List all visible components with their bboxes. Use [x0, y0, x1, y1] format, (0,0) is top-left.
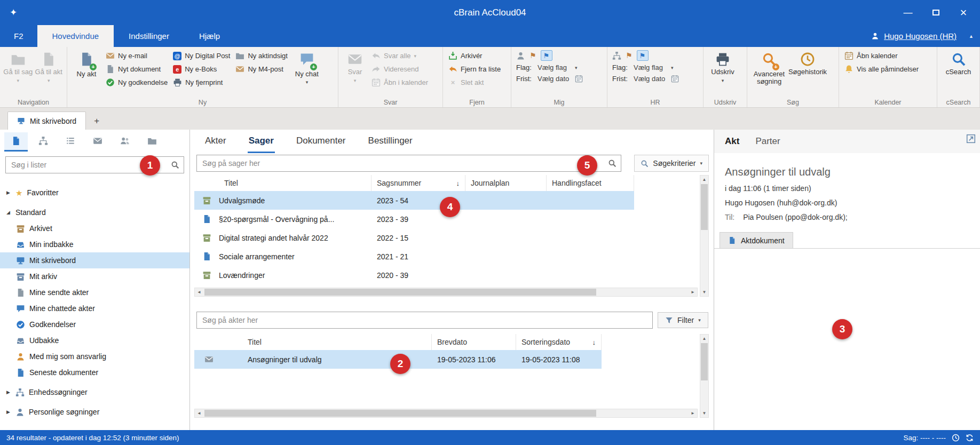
- f2-menu-button[interactable]: F2: [0, 25, 37, 47]
- open-calendar-button[interactable]: Åbn kalender: [842, 49, 921, 62]
- print-button[interactable]: Udskriv ▾: [706, 49, 739, 83]
- case-row[interactable]: Digital strategi andet halvår 2022 2022 …: [194, 228, 634, 247]
- sync-icon[interactable]: [966, 434, 974, 442]
- tree-group-standard[interactable]: ◢ Standard: [0, 204, 189, 220]
- open-in-calendar-button[interactable]: Åbn i kalender: [369, 76, 431, 89]
- forward-button[interactable]: Videresend: [369, 62, 431, 76]
- flag-toggle-button[interactable]: ⚑: [637, 50, 649, 61]
- column-header-handlingsfacet[interactable]: Handlingsfacet: [547, 175, 634, 191]
- scroll-left-icon[interactable]: ◄: [195, 411, 203, 416]
- menu-tab-indstillinger[interactable]: Indstillinger: [114, 25, 184, 47]
- mig-flag-select[interactable]: Vælg flag: [538, 63, 572, 71]
- attachment-tab-aktdokument[interactable]: Aktdokument: [720, 232, 793, 248]
- search-icon[interactable]: [608, 159, 617, 168]
- scrollbar-thumb[interactable]: [701, 343, 708, 380]
- csearch-button[interactable]: cSearch: [942, 49, 975, 76]
- scroll-down-icon[interactable]: ▼: [700, 288, 708, 296]
- tree-group-personlige-sogninger[interactable]: ▶ Personlige søgninger: [0, 404, 189, 420]
- advanced-search-button[interactable]: + Avanceret søgning: [750, 49, 788, 86]
- case-row[interactable]: Sociale arrangementer 2021 - 21: [194, 247, 634, 266]
- tree-item-med-mig-som-ansvarlig[interactable]: Med mig som ansvarlig: [0, 348, 189, 364]
- new-record-button[interactable]: + Ny akt: [70, 49, 103, 78]
- preview-tab-parter[interactable]: Parter: [755, 136, 780, 147]
- mail-view-button[interactable]: [86, 132, 109, 152]
- scroll-up-icon[interactable]: ▲: [700, 335, 708, 343]
- tree-collapsed-icon[interactable]: ▶: [5, 190, 11, 195]
- new-digital-post-button[interactable]: @ Ny Digital Post: [170, 49, 233, 62]
- new-email-button[interactable]: Ny e-mail: [103, 49, 170, 62]
- close-button[interactable]: ×: [952, 5, 975, 21]
- new-chat-button[interactable]: + Ny chat ▾: [290, 49, 323, 85]
- minimize-button[interactable]: —: [897, 5, 919, 21]
- approvals-view-button[interactable]: [31, 132, 55, 152]
- tree-item-mine-sendte-akter[interactable]: Mine sendte akter: [0, 284, 189, 300]
- maximize-button[interactable]: [924, 5, 947, 21]
- new-remote-print-button[interactable]: Ny fjernprint: [170, 76, 233, 89]
- chevron-down-icon[interactable]: ▾: [575, 65, 578, 70]
- new-foi-request-button[interactable]: Ny aktindsigt: [233, 49, 290, 62]
- case-search-input[interactable]: [196, 155, 621, 172]
- mig-date-select[interactable]: Vælg dato: [538, 75, 572, 83]
- new-m4-post-button[interactable]: Ny M4-post: [233, 62, 290, 76]
- delete-record-button[interactable]: × Slet akt: [446, 76, 503, 89]
- lists-view-button[interactable]: [4, 132, 28, 152]
- expand-preview-icon[interactable]: [966, 134, 976, 144]
- tab-dokumenter[interactable]: Dokumenter: [295, 130, 347, 153]
- menu-tab-hovedvindue[interactable]: Hovedvindue: [37, 25, 114, 47]
- hr-date-select[interactable]: Vælg dato: [634, 75, 668, 83]
- archive-button[interactable]: Arkivér: [446, 49, 503, 62]
- tree-collapsed-icon[interactable]: ▶: [5, 409, 11, 415]
- scrollbar-thumb[interactable]: [701, 184, 708, 230]
- scrollbar-thumb[interactable]: [204, 289, 596, 296]
- column-header-sagsnummer[interactable]: Sagsnummer↓: [372, 175, 465, 191]
- reply-button[interactable]: Svar ▾: [341, 49, 369, 83]
- tree-item-godkendelser[interactable]: Godkendelser: [0, 316, 189, 332]
- tab-sager[interactable]: Sager: [248, 130, 275, 153]
- column-header-titel[interactable]: Titel: [194, 175, 372, 191]
- column-header-titel[interactable]: Titel: [194, 334, 432, 350]
- contacts-view-button[interactable]: [113, 132, 137, 152]
- records-vertical-scrollbar[interactable]: ▲ ▼: [700, 334, 709, 418]
- case-row[interactable]: Lovændringer 2020 - 39: [194, 266, 634, 284]
- column-header-journalplan[interactable]: Journalplan: [465, 175, 547, 191]
- remove-from-list-button[interactable]: Fjern fra liste: [446, 62, 503, 76]
- search-icon[interactable]: [171, 161, 179, 169]
- tab-bestillinger[interactable]: Bestillinger: [367, 130, 414, 153]
- scroll-down-icon[interactable]: ▼: [700, 409, 708, 417]
- records-horizontal-scrollbar[interactable]: ◄ ►: [194, 409, 698, 418]
- go-to-case-button[interactable]: Gå til sag ▾: [3, 49, 34, 83]
- add-tab-button[interactable]: +: [89, 113, 105, 130]
- new-document-button[interactable]: Nyt dokument: [103, 62, 170, 76]
- show-reminders-button[interactable]: Vis alle påmindelser: [842, 62, 921, 76]
- column-header-brevdato[interactable]: Brevdato: [432, 334, 516, 350]
- search-criteria-button[interactable]: Søgekriterier ▾: [634, 155, 709, 172]
- scroll-up-icon[interactable]: ▲: [700, 176, 708, 184]
- case-row[interactable]: §20-spørgsmål - Overvågning på... 2023 -…: [194, 210, 634, 228]
- calendar-icon[interactable]: [575, 75, 583, 83]
- tree-item-mit-skrivebord[interactable]: Mit skrivebord: [0, 252, 189, 268]
- current-user-link[interactable]: Hugo Hugosen (HR): [884, 31, 957, 41]
- folders-view-button[interactable]: [140, 132, 164, 152]
- new-eboks-button[interactable]: e Ny e-Boks: [170, 62, 233, 76]
- menu-tab-hjaelp[interactable]: Hjælp: [184, 25, 235, 47]
- scroll-right-icon[interactable]: ►: [689, 290, 697, 295]
- tree-item-arkivet[interactable]: Arkivet: [0, 220, 189, 236]
- tab-akter[interactable]: Akter: [204, 130, 227, 153]
- hr-flag-select[interactable]: Vælg flag: [634, 63, 668, 71]
- scroll-left-icon[interactable]: ◄: [195, 290, 203, 295]
- tree-item-mit-arkiv[interactable]: Mit arkiv: [0, 268, 189, 284]
- tree-collapsed-icon[interactable]: ▶: [5, 390, 11, 395]
- cases-horizontal-scrollbar[interactable]: ◄ ►: [194, 288, 698, 297]
- flag-toggle-button[interactable]: ⚑: [541, 50, 552, 61]
- record-search-input[interactable]: [196, 312, 653, 329]
- tree-group-favoritter[interactable]: ▶ ★ Favoritter: [0, 185, 189, 201]
- column-header-sorteringsdato[interactable]: Sorteringsdato↓: [516, 334, 602, 350]
- tree-item-mine-chattede-akter[interactable]: Mine chattede akter: [0, 300, 189, 316]
- case-row[interactable]: Udvalgsmøde 2023 - 54: [194, 191, 634, 210]
- preview-tab-akt[interactable]: Akt: [725, 136, 739, 147]
- calendar-icon[interactable]: [671, 75, 679, 83]
- new-approval-button[interactable]: Ny godkendelse: [103, 76, 170, 89]
- pane-splitter[interactable]: [190, 297, 714, 309]
- cases-vertical-scrollbar[interactable]: ▲ ▼: [700, 175, 709, 297]
- history-clock-icon[interactable]: [952, 434, 960, 442]
